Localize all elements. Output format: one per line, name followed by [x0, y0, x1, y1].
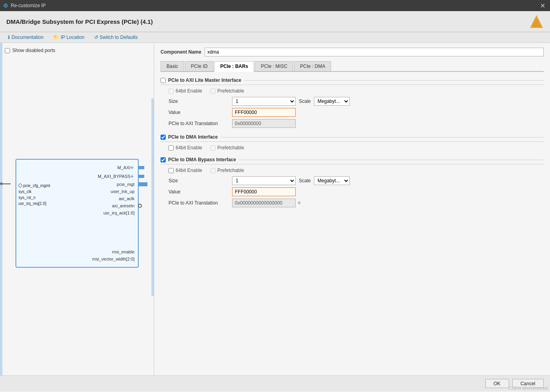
usr-irq-req-label: usr_irq_req[1:0]	[19, 201, 46, 206]
refresh-icon: ↺	[94, 35, 98, 40]
msi-vector-width-label: msi_vector_width[2:0]	[92, 257, 134, 261]
dma-bypass-scale-label: Scale	[299, 178, 311, 183]
tabs-bar: Basic PCIe ID PCIe : BARs PCIe : MISC PC…	[161, 61, 544, 72]
ip-block: M_AXI + M_AXI_BYPASS + pcie_mgt	[15, 159, 139, 268]
dma-bypass-translation-label: PCIe to AXI Translation	[168, 200, 232, 206]
dma-bypass-value-input[interactable]	[232, 187, 296, 196]
tab-pcie-id[interactable]: PCIe ID	[185, 61, 213, 71]
show-disabled-row: Show disabled ports	[5, 48, 149, 53]
user-lnk-up-label: user_lnk_up	[111, 189, 135, 194]
main-layout: Show disabled ports + pcie_cfg_mgmt	[0, 43, 550, 375]
dma-prefetchable-label: Prefetchable	[217, 145, 244, 151]
dma-64bit-item: 64bit Enable	[168, 145, 202, 151]
dma-bypass-64bit-label: 64bit Enable	[176, 168, 202, 173]
axilite-section-header: PCIe to AXI Lite Master Interface	[161, 77, 544, 85]
xilinx-logo	[529, 14, 544, 29]
app-header: DMA/Bridge Subsystem for PCI Express (PC…	[0, 11, 550, 32]
dma-bypass-64bit-checkbox[interactable]	[168, 168, 174, 173]
bottom-bar: OK Cancel	[0, 375, 550, 391]
app-icon: ⚙	[3, 2, 8, 9]
right-panel: Component Name Basic PCIe ID PCIe : BARs…	[154, 43, 550, 375]
axilite-scale-label: Scale	[299, 98, 311, 104]
axilite-64bit-checkbox[interactable]	[168, 89, 174, 94]
toolbar: ℹ Documentation 📁 IP Location ↺ Switch t…	[0, 32, 550, 43]
dma-bypass-check-row: 64bit Enable Prefetchable	[161, 168, 544, 173]
dma-64bit-checkbox[interactable]	[168, 145, 174, 151]
axilite-value-row: Value	[161, 108, 544, 117]
dma-enable-checkbox[interactable]	[161, 135, 166, 140]
dma-divider	[221, 137, 544, 137]
axi-aclk-label: axi_aclk	[119, 196, 135, 201]
m-axi-bypass-plus-icon: +	[130, 173, 134, 180]
dma-bypass-divider	[239, 160, 544, 160]
axilite-prefetchable-item: Prefetchable	[210, 88, 244, 94]
dma-bypass-scale-select[interactable]: Megabyt...	[314, 176, 350, 185]
dma-bypass-value-label: Value	[168, 189, 232, 195]
left-accent	[0, 43, 2, 375]
dma-bypass-size-label: Size	[168, 178, 232, 183]
m-axi-bypass-label: M_AXI_BYPASS	[98, 174, 130, 179]
dma-bypass-translation-clear-button[interactable]: ✕	[296, 200, 303, 206]
dma-bypass-size-select[interactable]: 1	[232, 176, 296, 185]
pcie-cfg-mgmt-label: pcie_cfg_mgmt	[0, 182, 2, 186]
axilite-size-label: Size	[168, 98, 232, 104]
dma-title: PCIe to DMA Interface	[168, 134, 218, 140]
cancel-button[interactable]: Cancel	[512, 379, 544, 388]
axilite-prefetchable-checkbox[interactable]	[210, 89, 215, 94]
documentation-button[interactable]: ℹ Documentation	[6, 34, 45, 41]
app-title: DMA/Bridge Subsystem for PCI Express (PC…	[6, 18, 153, 25]
dma-bypass-size-row: Size 1 Scale Megabyt...	[161, 176, 544, 185]
switch-defaults-label: Switch to Defaults	[100, 35, 138, 40]
tab-pcie-misc[interactable]: PCIe : MISC	[255, 61, 293, 71]
dma-bypass-prefetchable-checkbox[interactable]	[210, 168, 215, 173]
left-panel: Show disabled ports + pcie_cfg_mgmt	[0, 43, 154, 375]
axilite-size-row: Size 1 Scale Megabyt...	[161, 97, 544, 106]
component-name-row: Component Name	[161, 48, 544, 56]
axilite-prefetchable-label: Prefetchable	[217, 88, 244, 94]
ip-location-button[interactable]: 📁 IP Location	[52, 34, 86, 41]
axilite-enable-checkbox[interactable]	[161, 78, 166, 83]
tab-pcie-bars[interactable]: PCIe : BARs	[214, 61, 254, 72]
axilite-scale-select[interactable]: Megabyt...	[314, 97, 350, 106]
dma-bypass-enable-checkbox[interactable]	[161, 157, 166, 162]
dma-bypass-translation-row: PCIe to AXI Translation ✕	[161, 199, 544, 207]
location-icon: 📁	[53, 35, 59, 40]
ok-button[interactable]: OK	[485, 379, 509, 388]
component-name-input[interactable]	[205, 48, 544, 56]
axilite-section: PCIe to AXI Lite Master Interface 64bit …	[161, 77, 544, 128]
m-axi-label: M_AXI	[117, 165, 130, 170]
sys-rst-n-label: sys_rst_n	[19, 195, 36, 200]
usr-irq-ack-label: usr_irq_ack[1:0]	[103, 210, 134, 215]
axilite-value-label: Value	[168, 110, 232, 115]
axilite-title: PCIe to AXI Lite Master Interface	[168, 77, 241, 83]
sys-clk-label: sys_clk	[19, 189, 32, 194]
dma-prefetchable-checkbox[interactable]	[210, 145, 215, 151]
pcie-mgt-label: pcie_mgt	[117, 182, 135, 187]
m-axi-plus-icon: +	[130, 164, 134, 171]
dma-bypass-prefetchable-item: Prefetchable	[210, 168, 244, 173]
dma-section-header: PCIe to DMA Interface	[161, 134, 544, 142]
info-icon: ℹ	[8, 35, 10, 40]
dma-bypass-translation-input[interactable]	[232, 199, 296, 207]
tab-basic[interactable]: Basic	[161, 61, 184, 71]
axilite-translation-input[interactable]	[232, 119, 296, 128]
tab-pcie-dma[interactable]: PCIe : DMA	[294, 61, 331, 71]
axilite-value-input[interactable]	[232, 108, 296, 117]
axilite-translation-label: PCIe to AXI Translation	[168, 121, 232, 126]
axilite-divider	[244, 80, 544, 81]
msi-enable-label: msi_enable	[112, 249, 134, 254]
switch-defaults-button[interactable]: ↺ Switch to Defaults	[93, 34, 139, 41]
axilite-check-row: 64bit Enable Prefetchable	[161, 88, 544, 94]
component-name-label: Component Name	[161, 49, 201, 55]
close-button[interactable]: ✕	[538, 2, 547, 10]
axilite-64bit-item: 64bit Enable	[168, 88, 202, 94]
dma-bypass-section-header: PCIe to DMA Bypass Interface	[161, 157, 544, 164]
title-bar: ⚙ Re-customize IP ✕	[0, 0, 550, 11]
axilite-64bit-label: 64bit Enable	[176, 88, 202, 94]
dma-bypass-64bit-item: 64bit Enable	[168, 168, 202, 173]
block-diagram: + pcie_cfg_mgmt M_AXI + M_AXI_BYPASS +	[8, 59, 146, 367]
show-disabled-checkbox[interactable]	[5, 48, 10, 53]
axilite-size-select[interactable]: 1	[232, 97, 296, 106]
dma-bypass-value-row: Value	[161, 187, 544, 196]
axilite-translation-row: PCIe to AXI Translation	[161, 119, 544, 128]
